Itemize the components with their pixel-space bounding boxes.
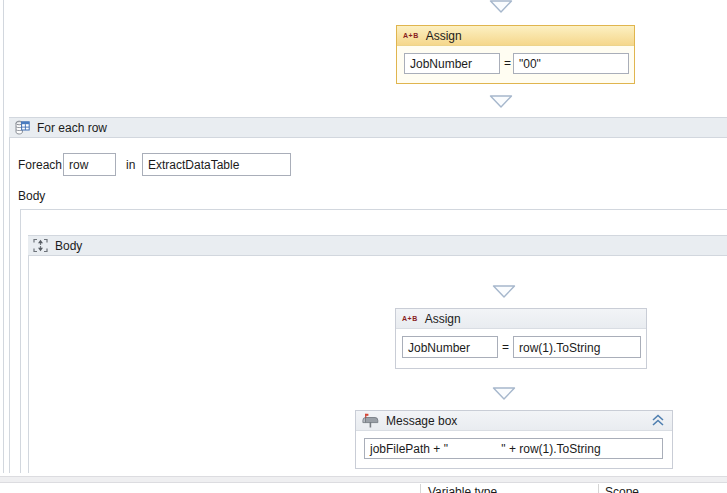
outer-sequence-border [3, 0, 4, 477]
assign-1-value-field[interactable]: "00" [513, 53, 629, 74]
foreach-label: Foreach [18, 158, 62, 172]
body-sequence-title: Body [55, 239, 82, 253]
foreach-item-input[interactable]: row [63, 153, 116, 176]
database-table-icon [14, 120, 30, 136]
assign-2-title: Assign [425, 312, 461, 326]
foreach-collection-input[interactable]: ExtractDataTable [142, 153, 291, 176]
assign-2-to-field[interactable]: JobNumber [402, 336, 498, 358]
collapse-double-chevron-icon[interactable] [651, 414, 665, 427]
assign-1-equals-label: = [504, 56, 511, 70]
connector-chevron-icon [489, 95, 513, 108]
assign-activity-1[interactable]: A+B Assign JobNumber = "00" [396, 25, 635, 84]
messagebox-text-input[interactable]: jobFilePath + " " + row(1).ToString [364, 438, 663, 459]
column-separator [598, 484, 599, 493]
column-separator [420, 484, 421, 493]
variables-column-scope: Scope [605, 485, 639, 493]
foreach-row-header[interactable]: For each row [9, 117, 727, 138]
messagebox-activity[interactable]: Message box jobFilePath + " " + row(1).T… [355, 410, 673, 469]
messagebox-header: Message box [356, 411, 672, 431]
assign-icon: A+B [403, 32, 419, 39]
sequence-icon [33, 238, 48, 253]
assign-2-value-field[interactable]: row(1).ToString [513, 336, 641, 358]
workflow-canvas: A+B Assign JobNumber = "00" For each row… [0, 0, 727, 493]
foreach-body-dropzone[interactable]: Body A+B Assign JobNumber = row(1).ToStr… [20, 209, 727, 485]
foreach-body-label: Body [18, 189, 45, 203]
variables-panel: Variable type Scope [0, 473, 727, 493]
assign-2-equals-label: = [502, 340, 509, 354]
foreach-row-title: For each row [37, 121, 107, 135]
panel-splitter[interactable] [0, 476, 727, 483]
connector-chevron-icon [492, 387, 516, 400]
connector-chevron-icon [492, 285, 516, 298]
assign-2-header: A+B Assign [396, 309, 646, 329]
foreach-row-activity[interactable]: For each row Foreach row in ExtractDataT… [9, 117, 727, 485]
body-sequence-activity[interactable]: Body A+B Assign JobNumber = row(1).ToStr… [28, 235, 727, 486]
mailbox-icon [362, 413, 379, 428]
assign-1-header: A+B Assign [397, 26, 634, 46]
connector-chevron-icon [489, 0, 513, 13]
assign-1-to-field[interactable]: JobNumber [404, 53, 500, 74]
assign-activity-2[interactable]: A+B Assign JobNumber = row(1).ToString [395, 308, 647, 369]
foreach-in-label: in [126, 158, 135, 172]
variables-column-variable-type: Variable type [428, 485, 497, 493]
assign-1-title: Assign [426, 29, 462, 43]
body-sequence-header[interactable]: Body [28, 235, 727, 256]
assign-icon: A+B [402, 315, 418, 322]
messagebox-title: Message box [386, 414, 457, 428]
